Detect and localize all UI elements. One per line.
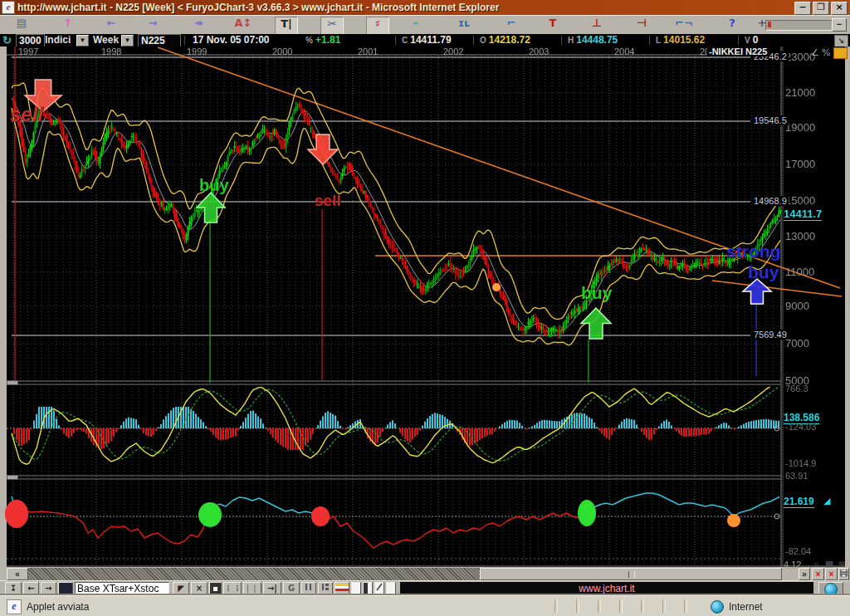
line-chart-button[interactable]: ⌁: [405, 17, 427, 33]
statusbar-separator: [684, 599, 687, 613]
close-panel1-button[interactable]: ×: [812, 568, 824, 580]
export-g-button[interactable]: G: [283, 582, 300, 594]
refresh-icon[interactable]: ↻: [2, 34, 12, 46]
columns-button[interactable]: ❘❘❘: [243, 582, 261, 594]
fast-forward-button[interactable]: ↠: [188, 17, 209, 33]
marker-top-button[interactable]: T: [542, 17, 564, 33]
bar-chart-button[interactable]: ɪʟ: [453, 17, 475, 33]
zoom-in-button[interactable]: +: [751, 17, 773, 33]
style-button-1[interactable]: [351, 582, 361, 594]
market-dropdown-button[interactable]: ▼: [76, 35, 89, 46]
settings-button[interactable]: ⌐¬: [673, 17, 695, 33]
statusbar-separator: [662, 599, 666, 613]
prev-template-button[interactable]: ←: [23, 582, 39, 594]
field-key: L: [656, 36, 661, 45]
statusbar-separator: [554, 599, 558, 613]
field-value: 14411.79: [410, 34, 451, 46]
field-value: 0: [753, 34, 759, 46]
marker-bottom-button[interactable]: ⊥: [586, 17, 608, 33]
save-button[interactable]: ↧: [5, 582, 22, 594]
period-select[interactable]: Week: [93, 34, 119, 46]
scrollbar-thumb[interactable]: [480, 568, 782, 580]
market-select[interactable]: Indici: [45, 34, 71, 46]
forward-button[interactable]: →: [142, 17, 164, 33]
thumb-grip: [628, 571, 635, 578]
style-button-2[interactable]: [363, 582, 373, 594]
scroll-left-button[interactable]: «: [7, 568, 28, 580]
close-panel2-button[interactable]: ×: [825, 568, 838, 580]
divider: [649, 36, 650, 45]
chart-canvas[interactable]: [0, 46, 850, 568]
divider: [738, 36, 739, 45]
field-value: 14015.62: [663, 34, 705, 46]
step-chart-button[interactable]: ⌐: [501, 17, 522, 33]
applet-toolbar: − ▤↑←→↠A↕T|✂♯⌁ɪʟ⌐T⊥⊣⌐¬?+: [0, 15, 850, 36]
layout-button-2[interactable]: [318, 582, 333, 594]
palette-button[interactable]: [335, 582, 349, 594]
pointer-tool-button[interactable]: ◤: [173, 582, 189, 594]
clear-window-button[interactable]: ×: [191, 582, 208, 594]
ie-window: e http://www.jchart.it - N225 [Week] < F…: [0, 0, 850, 616]
text-tool-button[interactable]: T|: [275, 17, 298, 35]
draw-tool-button[interactable]: ✂: [320, 17, 344, 35]
divider: [184, 36, 185, 45]
quote-field-o: O14218.72: [480, 34, 530, 46]
print-button[interactable]: [838, 568, 849, 580]
period-dropdown-button[interactable]: ▼: [121, 35, 134, 46]
minimize-button[interactable]: −: [794, 2, 811, 15]
window-title: http://www.jchart.it - N225 [Week] < Fur…: [17, 2, 499, 13]
back-button[interactable]: ←: [100, 17, 122, 33]
toolbar-collapse-button[interactable]: −: [832, 18, 847, 32]
snapshot-button[interactable]: [58, 582, 73, 594]
style-button-3[interactable]: [374, 582, 384, 594]
divider: [473, 36, 474, 45]
quote-datetime: 17 Nov. 05 07:00: [193, 34, 270, 46]
open-chart-button[interactable]: ▤: [11, 17, 32, 33]
statusbar-separator: [598, 599, 601, 613]
sort-button[interactable]: A↕: [232, 17, 254, 33]
internet-zone-label: Internet: [729, 601, 763, 613]
next-template-button[interactable]: →: [41, 582, 56, 594]
layout-button-1[interactable]: [301, 582, 316, 594]
percent-label: %: [305, 34, 313, 46]
web-link-button[interactable]: [818, 582, 843, 594]
scroll-right-button[interactable]: »: [799, 568, 810, 580]
pen-icon: [376, 583, 383, 591]
status-message: Applet avviata: [27, 601, 89, 613]
field-key: H: [568, 36, 574, 45]
divider: [395, 36, 396, 45]
divider: [561, 36, 562, 45]
layout1-icon: [305, 583, 313, 591]
applet-url-bar: www.jchart.it: [400, 582, 813, 595]
statusbar-separator: [576, 599, 579, 613]
style-button-4[interactable]: [386, 582, 396, 594]
upload-button[interactable]: ↑: [57, 17, 79, 33]
quote-field-h: H14448.75: [568, 34, 618, 46]
marker-left-button[interactable]: ⊣: [631, 17, 652, 33]
palette-red: [335, 589, 349, 591]
status-bar: e Applet avviata Internet: [0, 595, 850, 616]
field-value: 14448.75: [576, 34, 618, 46]
help-button[interactable]: ?: [721, 17, 743, 33]
quote-field-v: V0: [745, 34, 758, 46]
statusbar-separator: [641, 599, 644, 613]
internet-zone-icon: [711, 600, 724, 614]
globe-icon: [824, 583, 838, 596]
snap-right-button[interactable]: →|: [263, 582, 281, 594]
restore-button[interactable]: ❐: [813, 2, 829, 15]
chart-scrollbar: « » × ×: [0, 568, 850, 580]
field-key: C: [402, 36, 408, 45]
quote-bar: ↻ 3000 Indici ▼ Week ▼ N225 17 Nov. 05 0…: [0, 34, 850, 46]
resize-grip-icon[interactable]: ↘: [834, 35, 848, 47]
change-percent: +1.81: [315, 34, 340, 46]
printer-icon: [840, 570, 848, 577]
close-button[interactable]: ×: [831, 2, 848, 15]
film-button[interactable]: [209, 582, 222, 594]
candlestick-button[interactable]: ♯: [366, 17, 389, 35]
grid-toggle-button[interactable]: ⋮⋮: [223, 582, 242, 594]
ie-logo-icon: e: [2, 1, 15, 14]
window-controls: − ❐ ×: [794, 2, 848, 15]
zoom-slider[interactable]: [765, 20, 833, 31]
template-name-input[interactable]: [75, 582, 169, 594]
title-bar[interactable]: e http://www.jchart.it - N225 [Week] < F…: [0, 0, 850, 16]
